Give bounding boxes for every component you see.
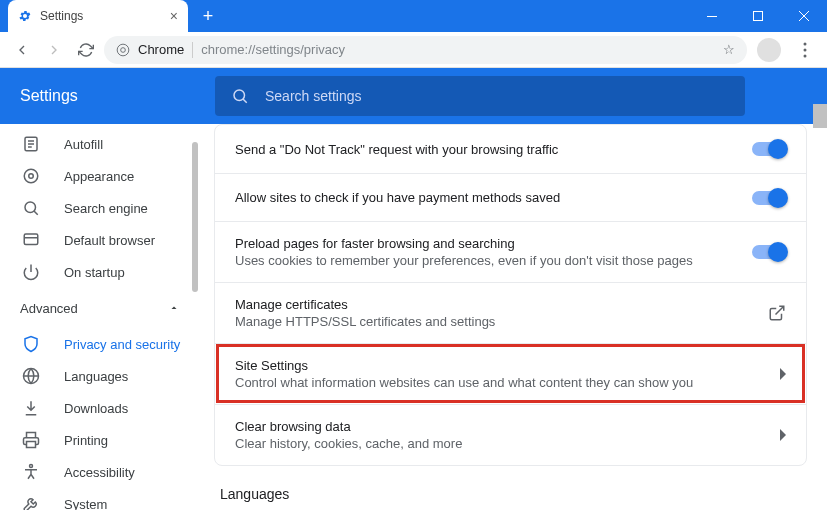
search-settings-input[interactable]: Search settings [215,76,745,116]
chevron-right-icon [778,429,786,441]
sidebar-item-autofill[interactable]: Autofill [0,128,188,160]
row-subtitle: Manage HTTPS/SSL certificates and settin… [235,314,768,329]
sidebar-item-appearance[interactable]: Appearance [0,160,188,192]
svg-point-11 [25,202,36,213]
row-do-not-track[interactable]: Send a "Do Not Track" request with your … [215,125,806,173]
toggle-switch[interactable] [752,245,786,259]
accessibility-icon [22,463,40,481]
omnibox-divider [192,42,193,58]
autofill-icon [22,135,40,153]
sidebar-advanced-header[interactable]: Advanced [0,288,200,328]
row-manage-certificates[interactable]: Manage certificates Manage HTTPS/SSL cer… [215,282,806,343]
sidebar-item-on-startup[interactable]: On startup [0,256,188,288]
close-tab-icon[interactable]: × [170,8,178,24]
back-button[interactable] [8,36,36,64]
privacy-card: Send a "Do Not Track" request with your … [214,124,807,466]
languages-heading: Languages [220,486,807,502]
sidebar-item-label: Search engine [64,201,148,216]
sidebar-item-system[interactable]: System [0,488,188,510]
row-subtitle: Clear history, cookies, cache, and more [235,436,778,451]
search-icon [231,87,249,105]
omnibox-origin: Chrome [138,42,184,57]
sidebar-item-privacy-security[interactable]: Privacy and security [0,328,188,360]
page-scrollbar[interactable] [813,104,827,128]
svg-point-2 [117,44,129,56]
download-icon [22,399,40,417]
sidebar-item-label: On startup [64,265,125,280]
browser-tab[interactable]: Settings × [8,0,188,32]
browser-icon [22,231,40,249]
svg-rect-1 [754,12,763,21]
sidebar-item-label: Default browser [64,233,155,248]
power-icon [22,263,40,281]
search-placeholder: Search settings [265,88,362,104]
sidebar-item-label: Downloads [64,401,128,416]
advanced-label: Advanced [20,301,78,316]
sidebar-item-label: Appearance [64,169,134,184]
svg-point-7 [234,90,245,101]
new-tab-button[interactable]: + [194,2,222,30]
forward-button[interactable] [40,36,68,64]
maximize-button[interactable] [735,0,781,32]
row-clear-browsing-data[interactable]: Clear browsing data Clear history, cooki… [215,404,806,465]
row-payment-methods[interactable]: Allow sites to check if you have payment… [215,173,806,221]
sidebar-item-label: System [64,497,107,511]
row-title: Site Settings [235,358,778,373]
svg-point-3 [121,47,126,52]
svg-point-4 [804,42,807,45]
sidebar-item-label: Autofill [64,137,103,152]
appearance-icon [22,167,40,185]
row-site-settings[interactable]: Site Settings Control what information w… [215,343,806,404]
content-area: Autofill Appearance Search engine Defaul… [0,124,827,510]
external-link-icon [768,304,786,322]
row-title: Preload pages for faster browsing and se… [235,236,752,251]
settings-sidebar: Autofill Appearance Search engine Defaul… [0,124,200,510]
reload-button[interactable] [72,36,100,64]
window-controls [689,0,827,32]
svg-point-9 [24,169,38,183]
omnibox[interactable]: Chrome chrome://settings/privacy ☆ [104,36,747,64]
sidebar-scrollbar[interactable] [192,142,198,292]
page-title: Settings [20,87,215,105]
sidebar-item-default-browser[interactable]: Default browser [0,224,188,256]
shield-icon [22,335,40,353]
printer-icon [22,431,40,449]
svg-point-15 [30,465,33,468]
search-icon [22,199,40,217]
sidebar-item-languages[interactable]: Languages [0,360,188,392]
sidebar-item-label: Privacy and security [64,337,180,352]
chrome-icon [116,43,130,57]
minimize-button[interactable] [689,0,735,32]
svg-point-10 [29,174,34,179]
profile-avatar[interactable] [757,38,781,62]
toggle-switch[interactable] [752,142,786,156]
sidebar-item-accessibility[interactable]: Accessibility [0,456,188,488]
window-titlebar: Settings × + [0,0,827,32]
row-title: Clear browsing data [235,419,778,434]
globe-icon [22,367,40,385]
row-subtitle: Control what information websites can us… [235,375,778,390]
svg-point-6 [804,54,807,57]
row-title: Send a "Do Not Track" request with your … [235,142,752,157]
sidebar-item-search-engine[interactable]: Search engine [0,192,188,224]
sidebar-item-label: Accessibility [64,465,135,480]
settings-main: Send a "Do Not Track" request with your … [200,124,827,510]
sidebar-item-downloads[interactable]: Downloads [0,392,188,424]
wrench-icon [22,495,40,510]
row-subtitle: Uses cookies to remember your preference… [235,253,752,268]
row-title: Manage certificates [235,297,768,312]
sidebar-item-printing[interactable]: Printing [0,424,188,456]
close-window-button[interactable] [781,0,827,32]
chevron-up-icon [168,302,180,314]
bookmark-star-icon[interactable]: ☆ [723,42,735,57]
chevron-right-icon [778,368,786,380]
tab-title: Settings [40,9,83,23]
svg-point-5 [804,48,807,51]
svg-rect-14 [27,442,36,448]
toggle-switch[interactable] [752,191,786,205]
address-bar: Chrome chrome://settings/privacy ☆ [0,32,827,68]
row-preload-pages[interactable]: Preload pages for faster browsing and se… [215,221,806,282]
settings-appbar: Settings Search settings [0,68,827,124]
svg-rect-0 [707,16,717,17]
chrome-menu-button[interactable] [791,36,819,64]
